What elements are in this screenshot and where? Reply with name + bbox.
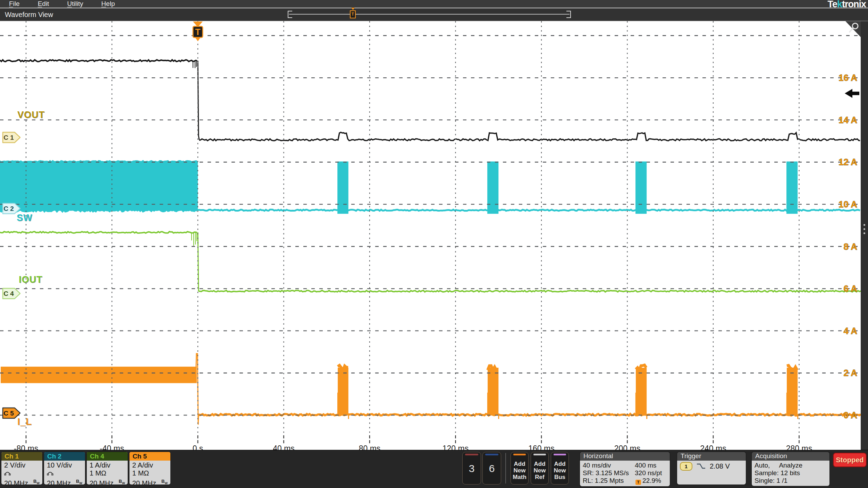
channel-ref-tag-label: C 1 (3, 134, 14, 141)
falling-edge-icon (696, 463, 706, 470)
menu-item-file[interactable]: File (9, 0, 20, 7)
trigger-level-arrow[interactable] (845, 89, 859, 98)
horizontal-scale: 40 ms/div (583, 462, 635, 469)
acquisition-mode: Auto, (755, 462, 770, 469)
overview-trigger-marker[interactable]: T (350, 10, 356, 18)
channel-badge-header: Ch 5 (129, 452, 170, 461)
right-scroll-strip[interactable] (861, 21, 868, 451)
menu-item-edit[interactable]: Edit (38, 0, 49, 7)
trigger-level: 2.08 V (710, 462, 730, 471)
add-new-math-button[interactable]: Add New Math (511, 452, 529, 485)
channel-name: Ch 1 (5, 453, 19, 460)
channel-badge-ch5[interactable]: Ch 5 2 A/div 1 MΩ 20 MHzBW (129, 452, 170, 485)
acquisition-analyze: Analyze (779, 462, 802, 469)
horizontal-badge[interactable]: Horizontal 40 ms/div400 ms SR: 3.125 MS/… (580, 452, 670, 486)
amp-tick-label: 0 A (844, 410, 858, 420)
amp-tick-label: 10 A (838, 199, 857, 209)
waveform-view-titlebar: Waveform View T (0, 8, 868, 21)
color-stripe (533, 454, 546, 455)
channel-bandwidth: 20 MHz (132, 479, 156, 485)
acquisition-badge-body: Auto,Analyze Sample: 12 bits Single: 1 /… (752, 461, 829, 486)
amp-tick-label: 2 A (844, 368, 858, 378)
channel-ref-tag-0[interactable]: C 1 (3, 132, 20, 143)
menu-item-utility[interactable]: Utility (67, 0, 83, 7)
trigger-position-pct: 22.9% (642, 477, 661, 484)
channel-scale: 1 A/div (90, 461, 125, 469)
channel-badge-body: 1 A/div 1 MΩ 20 MHzBW (87, 461, 128, 485)
trace-sw-fills[interactable] (0, 162, 798, 214)
waveform-button-6[interactable]: 6 (482, 452, 501, 485)
bandwidth-limit-icon: BW (119, 477, 125, 485)
button-label: Add New Ref (534, 461, 546, 480)
channel-badge-body: 2 A/div 1 MΩ 20 MHzBW (129, 461, 170, 485)
channel-name: Ch 4 (90, 453, 104, 460)
channel-badge-body: 2 V/div 20 MHzBW (1, 461, 42, 485)
menu-item-help[interactable]: Help (101, 0, 115, 7)
resolution: 320 ns/pt (635, 469, 662, 477)
channel-ref-tag-label: C 5 (3, 410, 14, 417)
bandwidth-limit-icon: BW (76, 477, 82, 485)
probe-icon (47, 469, 82, 477)
drag-handle-dots-icon[interactable] (863, 224, 865, 226)
button-label: Add New Bus (554, 461, 566, 480)
waveform-view-window: Waveform View T -80 ms-40 ms0 s40 ms80 m… (0, 8, 868, 450)
trigger-position-icon: T (635, 480, 641, 485)
amp-tick-label: 16 A (838, 72, 857, 83)
waveform-plot-area[interactable]: -80 ms-40 ms0 s40 ms80 ms120 ms160 ms200… (0, 21, 861, 451)
record-length: RL: 1.25 Mpts (583, 477, 635, 485)
add-new-bus-button[interactable]: Add New Bus (551, 452, 569, 485)
overview-line (289, 14, 570, 15)
trigger-source-badge: 1 (680, 462, 692, 471)
add-new-ref-button[interactable]: Add New Ref (531, 452, 549, 485)
channel-ref-tag-label: C 4 (3, 290, 14, 297)
horizontal-badge-body: 40 ms/div400 ms SR: 3.125 MS/s320 ns/pt … (580, 461, 670, 486)
trace-label-iout: IOUT (19, 274, 43, 285)
waveform-view-title: Waveform View (5, 11, 53, 19)
run-stop-status-button[interactable]: Stopped (833, 453, 867, 467)
color-stripe (513, 454, 526, 455)
time-axis-labels: -80 ms-40 ms0 s40 ms80 ms120 ms160 ms200… (14, 435, 812, 451)
oscilloscope-screen: FileEditUtilityHelp Tektronix Waveform V… (0, 0, 868, 488)
trigger-badge-body: 1 2.08 V (677, 461, 746, 485)
waveform-button-3[interactable]: 3 (462, 452, 481, 485)
button-label: 6 (489, 463, 495, 474)
color-stripe (465, 454, 478, 455)
trace-il-fills[interactable] (1, 367, 798, 419)
amp-tick-label: 4 A (844, 326, 858, 336)
channel-scale: 2 A/div (132, 461, 168, 469)
channel-badge-ch4[interactable]: Ch 4 1 A/div 1 MΩ 20 MHzBW (87, 452, 128, 485)
channel-badge-ch1[interactable]: Ch 1 2 V/div 20 MHzBW (1, 452, 42, 485)
channel-bandwidth: 20 MHz (4, 479, 28, 485)
channel-badge-ch2[interactable]: Ch 2 10 V/div 20 MHzBW (44, 452, 85, 485)
channel-badge-header: Ch 2 (44, 452, 85, 461)
channel-name: Ch 5 (133, 453, 147, 460)
color-stripe (554, 454, 566, 455)
horizontal-window: 400 ms (635, 462, 656, 469)
trace-label-sw: SW (17, 213, 33, 223)
button-label: Add New Math (513, 461, 526, 480)
trace-label-vout: VOUT (17, 110, 45, 120)
amp-tick-label: 12 A (838, 157, 857, 167)
acquisition-badge[interactable]: Acquisition Auto,Analyze Sample: 12 bits… (752, 452, 829, 486)
trigger-time-marker[interactable]: T (193, 22, 203, 41)
channel-name: Ch 2 (47, 453, 61, 460)
acquisition-badge-title: Acquisition (752, 452, 829, 461)
trace-ch1-vout[interactable] (0, 60, 860, 140)
zoom-corner-button[interactable] (845, 21, 861, 37)
channel-impedance: 1 MΩ (90, 469, 125, 477)
bandwidth-limit-icon: BW (161, 477, 168, 485)
trace-ch5-il[interactable] (196, 353, 861, 425)
bandwidth-limit-icon: BW (33, 477, 40, 485)
channel-ref-tag-2[interactable]: C 4 (3, 288, 20, 299)
amp-tick-label: 14 A (838, 115, 857, 125)
bottom-control-bar: Ch 1 2 V/div 20 MHzBW Ch 2 10 V/div 20 M… (0, 450, 868, 488)
horizontal-overview-bar[interactable]: T (288, 11, 571, 18)
svg-text:T: T (195, 27, 200, 37)
divider (505, 453, 506, 483)
trigger-badge[interactable]: Trigger 1 2.08 V (677, 452, 746, 485)
channel-ref-tag-label: C 2 (3, 205, 14, 212)
probe-icon (4, 469, 40, 477)
trace-ch4-iout[interactable] (0, 232, 861, 292)
channel-badge-body: 10 V/div 20 MHzBW (44, 461, 85, 485)
color-stripe (485, 454, 498, 455)
